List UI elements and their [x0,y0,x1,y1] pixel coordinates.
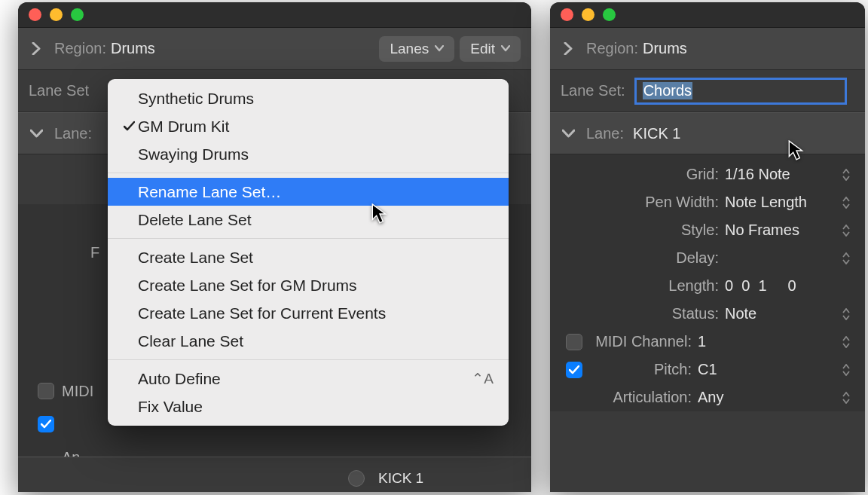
stepper-icon[interactable] [842,305,853,323]
style-value[interactable]: No Frames [725,222,854,239]
minimize-icon[interactable] [50,8,63,21]
menu-item-clear-lane-set[interactable]: Clear Lane Set [108,327,509,355]
midi-channel-label: MIDI Channel: [588,333,698,350]
menu-item-delete-lane-set[interactable]: Delete Lane Set [108,206,509,234]
stepper-icon[interactable] [842,166,853,184]
length-value[interactable]: 0 0 1 0 [725,277,854,295]
menu-separator [108,173,509,173]
length-label: Length: [588,277,725,295]
zoom-icon[interactable] [71,8,84,21]
menu-item-create-lane-set[interactable]: Create Lane Set [108,243,509,271]
stepper-icon[interactable] [842,194,853,212]
pitch-value[interactable]: C1 [698,361,854,378]
stepper-icon[interactable] [842,389,853,407]
minimize-icon[interactable] [582,8,594,21]
lane-label: Lane: [54,125,92,142]
midi-channel-value[interactable]: 1 [698,333,854,350]
lane-set-input[interactable]: Chords [634,78,847,105]
menu-item-fix-value[interactable]: Fix Value [108,393,509,420]
pen-width-label: Pen Width: [588,194,725,211]
close-icon[interactable] [29,8,41,21]
checkbox-checked-icon[interactable] [38,416,54,432]
stepper-icon[interactable] [842,222,853,240]
stepper-icon[interactable] [842,249,853,267]
lanes-button-label: Lanes [390,41,429,57]
menu-item-synthetic-drums[interactable]: Synthetic Drums [108,84,509,112]
menu-item-rename-lane-set[interactable]: Rename Lane Set… [108,178,509,206]
titlebar [18,2,531,28]
menu-shortcut: ⌃A [472,370,494,387]
midi-checkbox[interactable] [566,334,582,350]
lane-header[interactable]: Lane: KICK 1 [550,112,865,154]
chevron-down-icon[interactable] [29,129,44,138]
right-body: Grid: 1/16 Note Pen Width: Note Length [550,154,865,411]
lane-properties: Grid: 1/16 Note Pen Width: Note Length [550,154,865,411]
lane-set-label: Lane Set: [561,82,625,99]
menu-item-gm-drum-kit[interactable]: GM Drum Kit [108,112,509,140]
articulation-label: Articulation: [588,389,698,406]
zoom-icon[interactable] [603,8,616,21]
chevron-down-icon [501,45,510,52]
region-header: Region: Drums Lanes Edit [18,28,531,70]
lane-set-input-value: Chords [643,82,692,99]
pitch-label: Pitch: [588,361,698,378]
menu-item-create-lane-set-gm[interactable]: Create Lane Set for GM Drums [108,271,509,299]
status-value[interactable]: Note [725,305,854,322]
delay-label: Delay: [588,249,725,267]
bottom-lane-row[interactable]: KICK 1 [18,457,531,492]
style-label: Style: [588,222,725,239]
chevron-down-icon [435,45,444,52]
edit-button-label: Edit [470,41,495,57]
region-value[interactable]: Drums [643,40,687,57]
lane-set-row: Lane Set: Chords [550,70,865,112]
midi-label: MIDI [62,383,93,400]
lane-label: Lane: [586,125,624,142]
edit-menu-button[interactable]: Edit [460,36,521,62]
lane-value[interactable]: KICK 1 [633,125,680,142]
bottom-lane-value: KICK 1 [378,470,423,487]
menu-separator [108,238,509,239]
region-label: Region: [54,40,106,57]
titlebar [550,2,865,28]
pitch-checkbox[interactable] [566,362,582,378]
checkbox-icon[interactable] [38,383,54,399]
radio-icon[interactable] [348,470,365,487]
left-window: Region: Drums Lanes Edit Lane Set Lane: … [18,2,531,492]
region-label: Region: [586,40,638,57]
close-icon[interactable] [561,8,573,21]
menu-item-create-lane-set-events[interactable]: Create Lane Set for Current Events [108,299,509,327]
status-label: Status: [588,305,725,322]
region-value[interactable]: Drums [111,40,155,57]
lanes-menu-button[interactable]: Lanes [379,36,454,62]
chevron-right-icon[interactable] [29,42,44,55]
lane-set-menu: Synthetic Drums GM Drum Kit Swaying Drum… [108,79,509,426]
menu-separator [108,359,509,360]
chevron-right-icon[interactable] [561,42,576,55]
check-icon [120,121,138,132]
menu-item-swaying-drums[interactable]: Swaying Drums [108,140,509,168]
grid-value[interactable]: 1/16 Note [725,166,854,183]
lane-set-label: Lane Set [29,82,89,99]
stepper-icon[interactable] [842,361,853,379]
stepper-icon[interactable] [842,333,853,351]
menu-item-auto-define[interactable]: Auto Define ⌃A [108,365,509,393]
region-header: Region: Drums [550,28,865,70]
articulation-value[interactable]: Any [698,389,854,406]
right-window: Region: Drums Lane Set: Chords Lane: KIC… [550,2,865,492]
grid-label: Grid: [588,166,725,183]
pen-width-value[interactable]: Note Length [725,194,854,211]
chevron-down-icon[interactable] [561,129,576,138]
